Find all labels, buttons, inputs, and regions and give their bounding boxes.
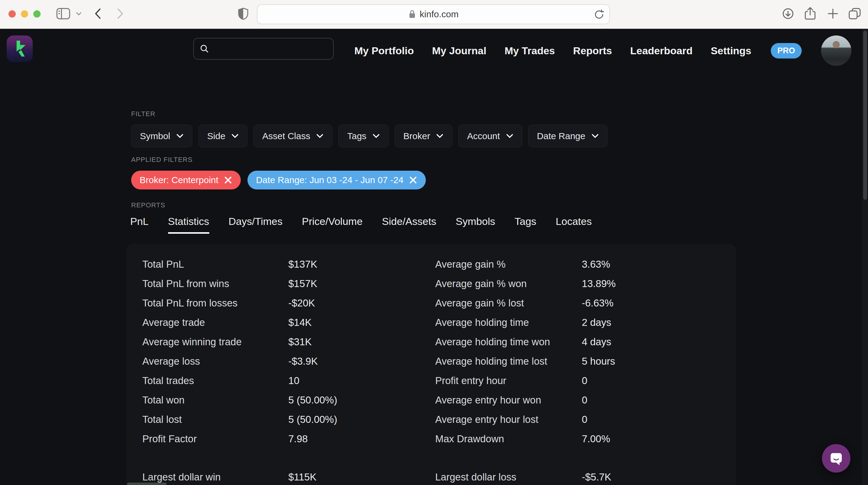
main-navigation: My Portfolio My Journal My Trades Report… (354, 37, 851, 64)
back-button-icon[interactable] (94, 8, 101, 20)
stat-row: Total won 5 (50.00%) Average entry hour … (142, 391, 736, 410)
stat-value: 10 (288, 375, 435, 387)
tab-statistics[interactable]: Statistics (168, 216, 209, 234)
filter-symbol-dropdown[interactable]: Symbol (131, 124, 192, 147)
filter-account-dropdown[interactable]: Account (458, 124, 522, 147)
nav-leaderboard[interactable]: Leaderboard (630, 45, 693, 57)
stat-label: Total PnL from losses (142, 297, 288, 309)
tab-locates[interactable]: Locates (556, 216, 592, 234)
stat-value: 0 (582, 375, 736, 387)
stat-row: Average winning trade $31K Average holdi… (142, 332, 736, 352)
stat-row: Profit Factor 7.98 Max Drawdown 7.00% (142, 429, 736, 449)
stat-label: Max Drawdown (435, 433, 582, 445)
stat-value: $115K (288, 472, 435, 483)
applied-filter-chips: Broker: Centerpoint Date Range: Jun 03 -… (131, 171, 426, 190)
search-box[interactable] (193, 38, 334, 60)
nav-settings[interactable]: Settings (711, 45, 751, 57)
stat-value: 4 days (582, 336, 736, 348)
reports-section-label: REPORTS (131, 201, 165, 209)
tab-days-times[interactable]: Days/Times (229, 216, 283, 234)
stat-label: Total won (142, 394, 288, 406)
stat-label: Largest dollar win (142, 472, 288, 483)
stat-label: Average gain % won (435, 278, 582, 289)
minimize-window-button[interactable] (21, 10, 28, 18)
nav-my-portfolio[interactable]: My Portfolio (354, 45, 414, 57)
nav-my-journal[interactable]: My Journal (432, 45, 486, 57)
filter-dropdown-row: Symbol Side Asset Class Tags Broker Acco… (131, 124, 608, 147)
stat-label: Average entry hour lost (435, 414, 582, 425)
kinfo-logo[interactable] (7, 35, 33, 62)
stat-value: 5 (50.00%) (288, 414, 435, 425)
filter-side-dropdown[interactable]: Side (198, 124, 247, 147)
close-window-button[interactable] (8, 10, 16, 18)
filter-date-range-dropdown[interactable]: Date Range (528, 124, 608, 147)
applied-filter-date-range-chip[interactable]: Date Range: Jun 03 -24 - Jun 07 -24 (247, 171, 426, 190)
pro-badge: PRO (771, 43, 802, 58)
stat-label: Average holding time (435, 317, 582, 328)
stat-value: -$20K (288, 297, 435, 309)
stat-value: 5 (50.00%) (288, 394, 435, 406)
stat-row: Total PnL from losses -$20K Average gain… (142, 293, 736, 313)
filter-asset-class-dropdown[interactable]: Asset Class (253, 124, 332, 147)
search-icon (200, 44, 209, 54)
stat-value: 13.89% (582, 278, 736, 289)
nav-reports[interactable]: Reports (573, 45, 612, 57)
nav-my-trades[interactable]: My Trades (504, 45, 555, 57)
chevron-down-icon (506, 134, 513, 138)
sidebar-toggle-icon[interactable] (56, 8, 70, 21)
search-input[interactable] (213, 44, 327, 54)
stat-value: 7.00% (582, 433, 736, 445)
report-tabs: PnL Statistics Days/Times Price/Volume S… (130, 216, 592, 234)
new-tab-icon[interactable] (827, 7, 839, 21)
tab-overview-icon[interactable] (848, 7, 861, 21)
stat-value: $157K (288, 278, 435, 289)
forward-button-icon[interactable] (117, 8, 124, 20)
stat-label: Total lost (142, 414, 288, 425)
stat-row: Total PnL from wins $157K Average gain %… (142, 274, 736, 293)
tab-side-assets[interactable]: Side/Assets (382, 216, 436, 234)
below-fold-element-edge (127, 483, 166, 485)
chat-bubble-icon (828, 451, 844, 466)
share-icon[interactable] (804, 7, 816, 22)
stat-value: $137K (288, 259, 435, 270)
lock-icon (408, 9, 416, 19)
stat-label: Profit Factor (142, 433, 288, 445)
avatar[interactable] (821, 35, 851, 66)
filter-tags-dropdown[interactable]: Tags (338, 124, 388, 147)
stat-value: -$5.7K (582, 472, 736, 483)
stat-value: 3.63% (582, 259, 736, 270)
stat-value: 5 hours (582, 355, 736, 367)
stat-label: Average loss (142, 355, 288, 367)
remove-filter-icon[interactable] (224, 176, 232, 184)
stat-value: 0 (582, 414, 736, 425)
stat-row: Average trade $14K Average holding time … (142, 313, 736, 332)
stat-row: Total trades 10 Profit entry hour 0 (142, 371, 736, 391)
applied-filters-label: APPLIED FILTERS (131, 156, 193, 164)
stat-value: 7.98 (288, 433, 435, 445)
tab-price-volume[interactable]: Price/Volume (302, 216, 363, 234)
sidebar-menu-chevron-icon[interactable] (76, 11, 82, 17)
applied-filter-broker-chip[interactable]: Broker: Centerpoint (131, 171, 241, 190)
scrollbar-thumb[interactable] (863, 31, 867, 200)
downloads-icon[interactable] (782, 7, 794, 21)
filter-broker-dropdown[interactable]: Broker (395, 124, 452, 147)
support-chat-button[interactable] (822, 444, 850, 473)
filter-section-label: FILTER (131, 110, 155, 118)
stat-label: Total PnL (142, 259, 288, 270)
tab-tags[interactable]: Tags (515, 216, 536, 234)
remove-filter-icon[interactable] (409, 176, 417, 184)
zoom-window-button[interactable] (33, 10, 40, 18)
reload-icon[interactable] (594, 9, 604, 21)
tab-pnl[interactable]: PnL (130, 216, 149, 234)
stat-label: Total trades (142, 375, 288, 387)
stat-value: 0 (582, 394, 736, 406)
chevron-down-icon (316, 134, 323, 138)
stat-label: Average holding time lost (435, 355, 582, 367)
stat-value: -$3.9K (288, 355, 435, 367)
stat-label: Average trade (142, 317, 288, 328)
stat-label: Average gain % lost (435, 297, 582, 309)
stat-label: Average gain % (435, 259, 582, 270)
privacy-shield-icon[interactable] (238, 7, 248, 21)
address-bar[interactable]: kinfo.com (257, 4, 610, 24)
tab-symbols[interactable]: Symbols (456, 216, 495, 234)
